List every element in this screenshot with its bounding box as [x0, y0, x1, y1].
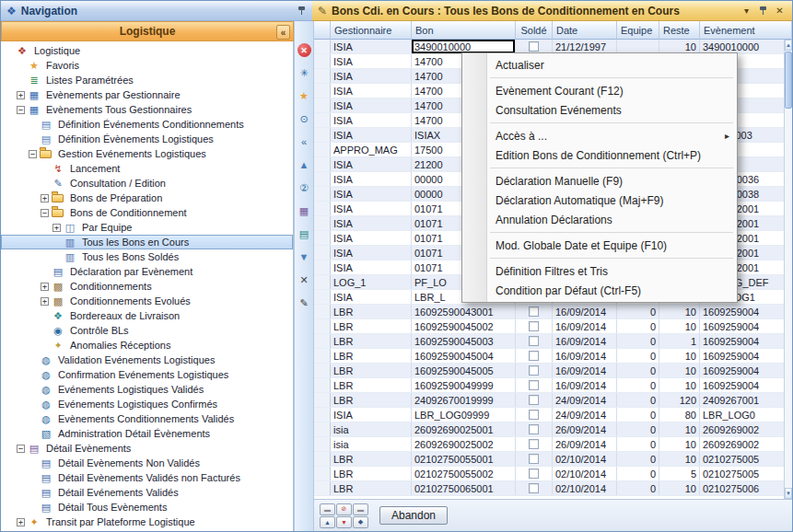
expand-icon[interactable]: +: [41, 194, 49, 202]
solde-checkbox[interactable]: [529, 365, 539, 376]
tree-item-bordereaux-de-livraison[interactable]: ❖Bordereaux de Livraison: [1, 308, 293, 323]
tree-item-detail-evenements-valides-non-factures[interactable]: ▤Détail Evènements Validés non Facturés: [1, 470, 293, 485]
solde-checkbox[interactable]: [529, 424, 539, 434]
menu-item-declaration-automatique-maj-f9[interactable]: Déclaration Automatique (Maj+F9): [462, 191, 737, 210]
down-arrow-button[interactable]: ▼: [297, 249, 311, 264]
table-row[interactable]: LBR1609259004500316/09/2014011609259004: [314, 334, 792, 349]
column-header-equipe[interactable]: Equipe: [617, 21, 659, 40]
table-row[interactable]: LBR0210275006500102/10/20140100210275006: [314, 481, 792, 496]
tree-item-evenements-conditionnements-valides[interactable]: ◍Evènements Conditionnements Validés: [1, 411, 293, 426]
tree-item-evenements-par-gestionnaire[interactable]: +▦Evènements par Gestionnaire: [1, 87, 293, 102]
tree-item-lancement[interactable]: ↯Lancement: [1, 161, 293, 176]
tree-item-par-equipe[interactable]: +◫Par Equipe: [1, 220, 293, 235]
pin-icon[interactable]: [297, 5, 307, 17]
solde-checkbox[interactable]: [529, 41, 539, 52]
tree-item-gestion-evenements-logistiques[interactable]: −Gestion Evénements Logistiques: [1, 146, 293, 161]
menu-item-actualiser[interactable]: Actualiser: [462, 55, 737, 75]
expand-icon[interactable]: +: [41, 297, 49, 306]
expand-icon[interactable]: +: [41, 283, 49, 291]
column-header-solde[interactable]: Soldé: [516, 21, 553, 40]
scrollbar-thumb[interactable]: [785, 52, 792, 109]
menu-item-evenement-courant-f12[interactable]: Evènement Courant (F12): [462, 81, 737, 100]
table-row[interactable]: LBR0210275005500202/10/2014050210275005: [314, 467, 792, 481]
collapse-icon[interactable]: −: [17, 445, 25, 453]
tree-item-administration-detail-evenements[interactable]: ▧Administration Détail Évènements: [1, 426, 293, 441]
menu-item-declaration-manuelle-f9[interactable]: Déclaration Manuelle (F9): [462, 171, 737, 191]
table-row[interactable]: LBR1609259004300116/09/20140101609259004: [314, 305, 792, 319]
collapse-panel-button[interactable]: «: [276, 25, 290, 40]
layers-button[interactable]: ▤: [297, 226, 311, 241]
scrollbar-track[interactable]: [785, 110, 792, 488]
collapse-icon[interactable]: −: [29, 150, 37, 158]
scroll-down-icon[interactable]: ▼: [785, 488, 792, 499]
favorites-button[interactable]: ★: [297, 88, 311, 103]
tree-item-detail-evenements-valides[interactable]: ▤Détail Evénements Validés: [1, 485, 293, 500]
solde-checkbox[interactable]: [529, 410, 539, 420]
column-header-reste[interactable]: Reste: [659, 21, 700, 40]
tree-item-detail-evenements[interactable]: −▤Détail Evènements: [1, 441, 293, 456]
tree-item-confirmation-evenements-logistiques[interactable]: ◍Confirmation Evénements Logistiques: [1, 367, 293, 382]
footer-dash-button[interactable]: ▬: [320, 503, 335, 515]
menu-item-annulation-declarations[interactable]: Annulation Déclarations: [462, 210, 737, 229]
footer-up-button[interactable]: ▲: [320, 516, 335, 528]
menu-item-condition-par-defaut-ctrl-f5[interactable]: Condition par Défaut (Ctrl-F5): [462, 281, 737, 300]
scroll-up-icon[interactable]: ▲: [785, 40, 792, 51]
collapse-icon[interactable]: −: [17, 106, 25, 114]
column-header-gestionnaire[interactable]: Gestionnaire: [331, 21, 412, 40]
tree-item-controle-bls[interactable]: ◉Contrôle BLs: [1, 323, 293, 338]
tree-item-conditionnements[interactable]: +▩Conditionnements: [1, 279, 293, 294]
column-header-bon[interactable]: Bon: [412, 21, 516, 40]
menu-item-edition-bons-de-conditionnement-ctrl-p[interactable]: Edition Bons de Conditionnement (Ctrl+P): [462, 145, 737, 165]
menu-item-definition-filtres-et-tris[interactable]: Définition Filtres et Tris: [462, 261, 737, 281]
solde-checkbox[interactable]: [529, 468, 539, 479]
tree-item-transit-par-plateforme-logistique[interactable]: +✦Transit par Plateforme Logistique: [1, 515, 293, 529]
solde-checkbox[interactable]: [529, 306, 539, 317]
column-header-evenement[interactable]: Evènement: [700, 21, 792, 40]
table-row[interactable]: isia2609269002500226/09/2014010260926900…: [314, 437, 792, 452]
footer-down-button[interactable]: ▼: [336, 516, 352, 528]
row-indicator-header[interactable]: [314, 21, 331, 40]
table-row[interactable]: LBR1609259004500416/09/20140101609259004: [314, 349, 792, 364]
edit-button[interactable]: ✎: [297, 295, 311, 310]
tree-item-evenements-tous-gestionnaires[interactable]: −▦Evènements Tous Gestionnaires: [1, 102, 293, 117]
close-icon[interactable]: ✕: [773, 4, 787, 17]
tree-item-evenements-logistiques-confirmes[interactable]: ◍Evénements Logistiques Confirmés: [1, 397, 293, 411]
settings-button[interactable]: ✳: [297, 65, 311, 80]
pin-icon[interactable]: [758, 5, 768, 17]
tree-item-tous-les-bons-en-cours[interactable]: ▥Tous les Bons en Cours: [1, 235, 293, 249]
solde-checkbox[interactable]: [529, 321, 539, 331]
tree-item-favoris[interactable]: ★Favoris: [1, 58, 293, 73]
calendar-button[interactable]: ▦: [297, 203, 311, 218]
abandon-button[interactable]: Abandon: [379, 506, 448, 525]
column-header-date[interactable]: Date: [553, 21, 617, 40]
tree-item-listes-parametrees[interactable]: ≣Listes Paramétrées: [1, 73, 293, 87]
tree-item-logistique[interactable]: ❖Logistique: [1, 43, 293, 58]
solde-checkbox[interactable]: [529, 454, 539, 464]
tree-item-declaration-par-evenement[interactable]: ▤Déclaration par Evènement: [1, 264, 293, 279]
footer-eject-button[interactable]: ◆: [353, 516, 368, 528]
tree-item-anomalies-receptions[interactable]: ✦Anomalies Réceptions: [1, 338, 293, 353]
tree-item-evenements-logistiques-valides[interactable]: ◍Evénements Logistiques Validés: [1, 382, 293, 397]
solde-checkbox[interactable]: [529, 351, 539, 361]
tree-item-bons-de-conditionnement[interactable]: −Bons de Conditionnement: [1, 205, 293, 220]
menu-item-mod-globale-date-et-equipe-f10[interactable]: Mod. Globale Date et Equipe (F10): [462, 236, 737, 255]
delete-button[interactable]: ✕: [297, 272, 311, 287]
solde-checkbox[interactable]: [529, 395, 539, 405]
expand-icon[interactable]: +: [52, 224, 61, 232]
tree-item-bons-de-preparation[interactable]: +Bons de Préparation: [1, 191, 293, 205]
table-row[interactable]: LBR1609259004500516/09/20140101609259004: [314, 364, 792, 378]
tree-item-detail-evenements-non-valides[interactable]: ▤Détail Evènements Non Validés: [1, 456, 293, 470]
table-row[interactable]: LBR2409267001999924/09/20140120240926700…: [314, 393, 792, 408]
tree-item-consultation-edition[interactable]: ✎Consultation / Edition: [1, 176, 293, 191]
tree-item-definition-evenements-conditionnements[interactable]: ▤Définition Événements Conditionnements: [1, 117, 293, 132]
table-row[interactable]: LBR1609259004999916/09/20140101609259004: [314, 378, 792, 393]
vertical-scrollbar[interactable]: ▲ ▼: [784, 40, 792, 499]
expand-icon[interactable]: +: [17, 518, 25, 526]
tree-item-validation-evenements-logistiques[interactable]: ◍Validation Evénements Logistiques: [1, 353, 293, 367]
footer-cancel-button[interactable]: ⊘: [336, 503, 352, 515]
search-button[interactable]: ⊙: [297, 111, 311, 126]
menu-item-acces-a[interactable]: Accès à ...▸: [462, 126, 737, 145]
table-row[interactable]: isia2609269002500126/09/2014010260926900…: [314, 422, 792, 437]
up-arrow-button[interactable]: ▲: [297, 157, 311, 172]
solde-checkbox[interactable]: [529, 483, 539, 493]
